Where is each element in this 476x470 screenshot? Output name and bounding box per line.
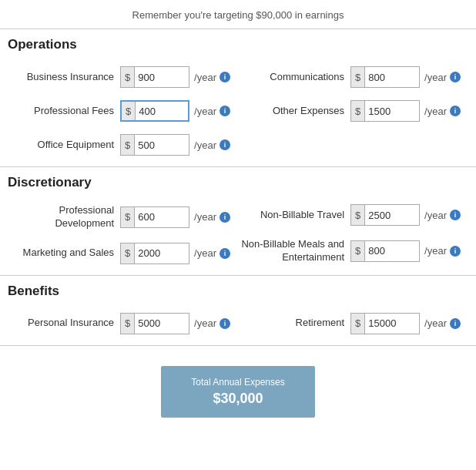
year-label-non-billable-travel: /yeari xyxy=(424,210,461,221)
field-row-business-insurance: Business Insurance$/yeari xyxy=(8,60,238,94)
dollar-sign-other-expenses: $ xyxy=(351,101,365,121)
year-label-marketing-and-sales: /yeari xyxy=(194,247,230,259)
field-row-non-billable-meals: Non-Billable Meals and Entertainment$/ye… xyxy=(238,232,468,270)
field-label-marketing-and-sales: Marketing and Sales xyxy=(23,247,115,260)
info-icon-business-insurance[interactable]: i xyxy=(220,72,230,82)
info-icon-marketing-and-sales[interactable]: i xyxy=(220,248,230,259)
info-icon-personal-insurance[interactable]: i xyxy=(220,318,230,329)
field-row-other-expenses: Other Expenses$/yeari xyxy=(238,94,468,128)
dollar-sign-retirement: $ xyxy=(351,314,365,334)
field-label-retirement: Retirement xyxy=(260,317,344,330)
field-row-communications: Communications$/yeari xyxy=(238,60,468,94)
total-area: Total Annual Expenses $30,000 xyxy=(0,346,476,445)
dollar-sign-marketing-and-sales: $ xyxy=(121,243,135,264)
year-label-professional-fees: /yeari xyxy=(194,106,230,117)
field-label-office-equipment: Office Equipment xyxy=(29,139,114,152)
input-wrapper-personal-insurance: $ xyxy=(120,313,189,334)
info-icon-retirement[interactable]: i xyxy=(450,318,461,329)
year-text-office-equipment: /year xyxy=(194,139,216,151)
section-title-discretionary: Discretionary xyxy=(8,175,468,190)
year-text-non-billable-travel: /year xyxy=(424,210,447,221)
section-operations: OperationsBusiness Insurance$/yeariProfe… xyxy=(0,29,476,167)
fields-grid-operations: Business Insurance$/yeariProfessional Fe… xyxy=(8,60,468,162)
input-business-insurance[interactable] xyxy=(135,67,177,87)
year-text-business-insurance: /year xyxy=(194,72,216,83)
total-amount: $30,000 xyxy=(184,391,292,407)
year-label-non-billable-meals: /yeari xyxy=(424,245,461,257)
field-row-marketing-and-sales: Marketing and Sales$/yeari xyxy=(8,237,238,270)
dollar-sign-business-insurance: $ xyxy=(121,67,135,87)
input-wrapper-other-expenses: $ xyxy=(350,100,420,122)
field-row-professional-development: Professional Development$/yeari xyxy=(8,198,238,237)
info-icon-professional-fees[interactable]: i xyxy=(220,106,230,116)
field-label-business-insurance: Business Insurance xyxy=(27,71,114,84)
right-col-discretionary: Non-Billable Travel$/yeariNon-Billable M… xyxy=(238,198,468,270)
dollar-sign-personal-insurance: $ xyxy=(121,314,135,334)
year-label-professional-development: /yeari xyxy=(194,211,230,223)
total-box: Total Annual Expenses $30,000 xyxy=(161,366,315,418)
info-icon-other-expenses[interactable]: i xyxy=(450,106,461,116)
field-label-other-expenses: Other Expenses xyxy=(260,105,344,118)
year-label-business-insurance: /yeari xyxy=(194,72,230,83)
section-title-benefits: Benefits xyxy=(8,284,468,299)
dollar-sign-office-equipment: $ xyxy=(121,135,135,155)
input-other-expenses[interactable] xyxy=(365,101,407,121)
left-col-benefits: Personal Insurance$/yeari xyxy=(8,307,238,341)
year-text-other-expenses: /year xyxy=(424,106,447,117)
banner-text: Remember you're targeting $90,000 in ear… xyxy=(132,9,344,21)
input-wrapper-non-billable-meals: $ xyxy=(350,240,420,262)
input-non-billable-meals[interactable] xyxy=(365,241,407,261)
input-wrapper-office-equipment: $ xyxy=(120,134,189,156)
info-icon-professional-development[interactable]: i xyxy=(220,212,230,223)
year-text-personal-insurance: /year xyxy=(194,317,216,329)
input-professional-development[interactable] xyxy=(135,207,177,227)
input-wrapper-professional-fees: $ xyxy=(120,100,189,122)
info-icon-non-billable-travel[interactable]: i xyxy=(450,210,461,220)
input-wrapper-communications: $ xyxy=(350,66,420,88)
input-non-billable-travel[interactable] xyxy=(365,205,407,225)
dollar-sign-professional-fees: $ xyxy=(122,102,136,120)
input-personal-insurance[interactable] xyxy=(135,314,177,334)
dollar-sign-non-billable-travel: $ xyxy=(351,205,365,225)
fields-grid-discretionary: Professional Development$/yeariMarketing… xyxy=(8,198,468,270)
input-wrapper-marketing-and-sales: $ xyxy=(120,243,189,264)
input-office-equipment[interactable] xyxy=(135,135,177,155)
left-col-operations: Business Insurance$/yeariProfessional Fe… xyxy=(8,60,238,162)
info-icon-communications[interactable]: i xyxy=(450,72,461,82)
year-label-office-equipment: /yeari xyxy=(194,139,230,151)
input-wrapper-retirement: $ xyxy=(350,313,420,334)
input-retirement[interactable] xyxy=(365,314,407,334)
dollar-sign-non-billable-meals: $ xyxy=(351,241,365,261)
right-col-benefits: Retirement$/yeari xyxy=(238,307,468,341)
year-text-marketing-and-sales: /year xyxy=(194,247,216,259)
year-text-professional-fees: /year xyxy=(194,106,216,117)
field-label-non-billable-meals: Non-Billable Meals and Entertainment xyxy=(238,238,344,264)
year-label-retirement: /yeari xyxy=(424,317,461,329)
input-marketing-and-sales[interactable] xyxy=(135,243,177,264)
year-text-retirement: /year xyxy=(424,317,447,329)
info-icon-office-equipment[interactable]: i xyxy=(220,139,230,150)
field-label-professional-development: Professional Development xyxy=(8,204,114,230)
info-icon-non-billable-meals[interactable]: i xyxy=(450,246,461,257)
field-row-professional-fees: Professional Fees$/yeari xyxy=(8,94,238,128)
field-row-personal-insurance: Personal Insurance$/yeari xyxy=(8,307,238,341)
section-benefits: BenefitsPersonal Insurance$/yeariRetirem… xyxy=(0,276,476,346)
year-text-communications: /year xyxy=(424,72,447,83)
year-text-non-billable-meals: /year xyxy=(424,245,447,257)
field-row-non-billable-travel: Non-Billable Travel$/yeari xyxy=(238,198,468,232)
field-row-office-equipment: Office Equipment$/yeari xyxy=(8,128,238,162)
fields-grid-benefits: Personal Insurance$/yeariRetirement$/yea… xyxy=(8,307,468,341)
right-col-operations: Communications$/yeariOther Expenses$/yea… xyxy=(238,60,468,162)
input-wrapper-professional-development: $ xyxy=(120,206,189,228)
field-label-professional-fees: Professional Fees xyxy=(29,105,114,118)
input-professional-fees[interactable] xyxy=(136,102,178,120)
dollar-sign-professional-development: $ xyxy=(121,207,135,227)
field-label-non-billable-travel: Non-Billable Travel xyxy=(260,209,344,222)
earnings-banner: Remember you're targeting $90,000 in ear… xyxy=(0,0,476,29)
input-wrapper-business-insurance: $ xyxy=(120,66,189,88)
field-label-communications: Communications xyxy=(260,71,344,84)
input-communications[interactable] xyxy=(365,67,407,87)
year-label-other-expenses: /yeari xyxy=(424,106,461,117)
dollar-sign-communications: $ xyxy=(351,67,365,87)
year-label-communications: /yeari xyxy=(424,72,461,83)
